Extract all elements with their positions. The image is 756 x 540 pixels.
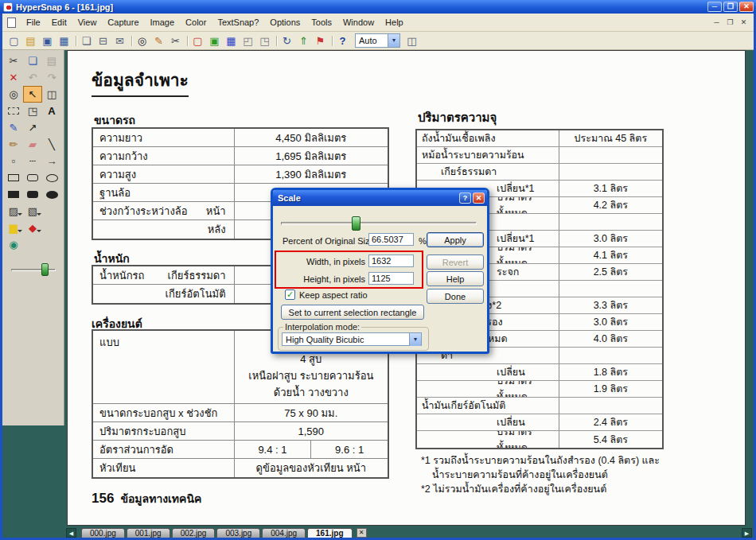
filled-rect-tool[interactable] [4,186,23,203]
menu-item[interactable]: Image [145,15,181,29]
tab-scroll-left-icon[interactable]: ◀ [66,528,76,538]
mdi-minimize-button[interactable]: ─ [710,17,723,28]
undo-tool[interactable]: ↶ [23,69,42,86]
menu-item[interactable]: Options [264,15,306,29]
chevron-down-icon[interactable]: ▾ [409,333,421,346]
pattern-tool[interactable]: ▨ [4,203,23,219]
text-tool[interactable]: A [42,103,61,119]
mdi-restore-button[interactable]: ❐ [723,17,737,28]
small-rect-tool[interactable]: ▫ [4,153,23,169]
menu-item[interactable]: Help [380,15,409,29]
scale-slider[interactable] [281,216,477,231]
scale-slider-track[interactable] [281,222,477,225]
menu-item[interactable]: Capture [102,15,144,29]
capture-region-button[interactable]: ▢ [189,33,206,49]
mail-button[interactable]: ✉ [111,33,128,49]
paste-tool[interactable]: ▤ [42,52,61,69]
save-all-button[interactable]: ▦ [56,33,72,49]
dialog-close-button[interactable]: ✕ [473,192,485,204]
capture-selection-tool[interactable]: ◉ [4,236,23,253]
highlight-tool[interactable]: ▆ [4,219,23,236]
arrow-tool[interactable]: ↗ [23,119,42,136]
capture-fullscreen-button[interactable]: ▦ [223,33,240,49]
ellipse-tool[interactable] [42,169,61,186]
selection-rect-tool[interactable] [4,103,23,119]
done-button[interactable]: Done [427,289,484,304]
rounded-rect-tool[interactable] [23,169,42,186]
menu-item[interactable]: Window [337,15,380,29]
zoom-slider-track[interactable] [11,269,56,271]
width-input[interactable] [368,254,414,267]
mdi-close-button[interactable]: ✕ [737,17,750,28]
tab-000-jpg[interactable]: 000.jpg [81,528,125,538]
copy-button[interactable]: ❏ [78,33,95,49]
capture-active-button[interactable]: ◰ [240,33,256,49]
crop-button[interactable]: ✂ [167,33,184,49]
maximize-button[interactable]: ❐ [723,2,738,12]
tab-scroll-right-icon[interactable]: ▶ [742,528,752,538]
capture-scroll-button[interactable]: ◳ [256,33,273,49]
draw-button[interactable]: ✎ [150,33,167,49]
pencil-tool[interactable]: ✏ [4,136,23,153]
filled-ellipse-tool[interactable] [42,186,61,203]
new-capture-button[interactable]: ▢ [6,33,22,49]
dialog-help-button[interactable]: ? [459,192,471,204]
document-icon[interactable] [7,17,16,28]
chevron-down-icon[interactable]: ▾ [388,34,399,47]
repeat-capture-button[interactable]: ↻ [279,33,295,49]
tab-002-jpg[interactable]: 002.jpg [172,528,216,538]
tab-001-jpg[interactable]: 001.jpg [127,528,170,538]
save-button[interactable]: ▣ [39,33,56,49]
minimize-button[interactable]: ─ [707,2,722,12]
pan-tool[interactable]: ◫ [42,86,61,103]
zoom-tool[interactable]: ◎ [4,86,23,103]
stamp-tool[interactable]: ◳ [23,103,42,119]
capture-window-button[interactable]: ▣ [206,33,223,49]
pen-tool[interactable]: ✎ [4,119,23,136]
menu-item[interactable]: File [21,15,46,29]
delete-tool[interactable]: ✕ [4,69,23,86]
close-tab-button[interactable]: ✕ [357,528,367,538]
percent-input[interactable] [368,233,414,246]
set-selection-button[interactable]: Set to current selection rectangle [281,305,424,320]
redo-tool[interactable]: ↷ [42,69,61,86]
zoom-slider-thumb[interactable] [41,263,49,276]
cut-tool[interactable]: ✂ [4,52,23,69]
context-help-button[interactable]: ? [334,33,351,49]
eraser-tool[interactable]: ▰ [23,136,42,153]
flag-button[interactable]: ⚑ [312,33,329,49]
arrow-line-tool[interactable]: → [42,153,61,169]
menu-item[interactable]: Edit [46,15,72,29]
dash-line-tool[interactable]: ┄ [23,153,42,169]
open-button[interactable]: ▤ [22,33,39,49]
menu-item[interactable]: View [72,15,103,29]
print-button[interactable]: ⊟ [95,33,111,49]
titlebar[interactable]: HyperSnap 6 - [161.jpg] ─ ❐ ✕ [0,0,756,14]
auto-capture-select[interactable]: Auto ▾ [355,33,400,48]
help-button[interactable]: Help [427,271,484,286]
menu-item[interactable]: Color [180,15,212,29]
tab-003-jpg[interactable]: 003.jpg [216,528,260,538]
zoom-button[interactable]: ◎ [134,33,150,49]
shade-tool[interactable]: ▧ [23,203,42,219]
scale-slider-thumb[interactable] [352,216,360,231]
close-button[interactable]: ✕ [739,2,754,12]
apply-button[interactable]: Apply [427,232,484,247]
upload-button[interactable]: ⇑ [295,33,312,49]
keep-aspect-checkbox[interactable]: ✓ Keep aspect ratio [285,289,368,300]
dialog-titlebar[interactable]: Scale ? ✕ [273,190,487,206]
filled-rounded-rect-tool[interactable] [23,186,42,203]
menu-item[interactable]: Tools [306,15,337,29]
tab-004-jpg[interactable]: 004.jpg [262,528,306,538]
height-input[interactable] [368,272,414,285]
line-tool[interactable]: ╲ [42,136,61,153]
tab-161-jpg[interactable]: 161.jpg [307,528,352,538]
capture-settings-button[interactable]: ◫ [403,33,420,49]
menu-item[interactable]: TextSnap? [212,15,264,29]
select-tool[interactable]: ↖ [23,86,42,103]
color-fill-tool[interactable]: ◆ [23,219,42,236]
copy-tool[interactable]: ❏ [23,52,42,69]
zoom-slider[interactable] [11,262,56,277]
interpolation-select[interactable]: High Quality Bicubic ▾ [282,332,422,346]
rect-tool[interactable] [4,169,23,186]
